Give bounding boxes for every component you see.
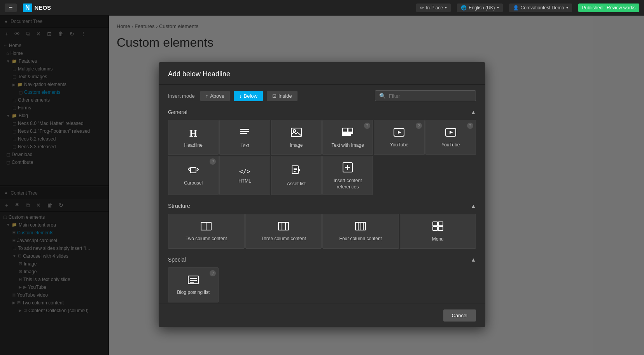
grid-item-insert-content-label: Insert content references (326, 178, 369, 190)
special-collapse-button[interactable]: ▲ (471, 257, 476, 263)
grid-item-html[interactable]: </> HTML (219, 156, 270, 195)
cancel-button[interactable]: Cancel (443, 309, 476, 322)
structure-section-header: Structure ▲ (168, 203, 476, 209)
special-section-header: Special ▲ (168, 257, 476, 263)
image-icon (291, 128, 302, 139)
general-grid: H Headline Text Image ? (168, 120, 476, 195)
inside-icon: ⊡ (272, 93, 276, 99)
grid-item-insert-content[interactable]: Insert content references (322, 156, 373, 195)
modal-toolbar: Insert mode ↑ Above ↓ Below ⊡ Inside 🔍 (159, 85, 485, 101)
search-icon: 🔍 (379, 93, 386, 99)
grid-item-twocol[interactable]: Two column content (168, 214, 245, 249)
grid-item-threecol-label: Three column content (261, 236, 306, 242)
hamburger-icon: ☰ (9, 5, 13, 11)
grid-item-blog-label: Blog posting list (177, 290, 210, 296)
text-icon (240, 127, 250, 140)
inplace-mode-button[interactable]: ✏ In-Place ▾ (416, 4, 451, 12)
grid-item-twocol-label: Two column content (186, 236, 227, 242)
grid-item-image[interactable]: Image (271, 120, 322, 155)
svg-rect-1 (240, 131, 249, 132)
grid-item-text-label: Text (240, 143, 249, 149)
special-section-label: Special (168, 257, 186, 263)
grid-item-headline[interactable]: H Headline (168, 120, 219, 155)
grid-item-menu[interactable]: Menu (400, 214, 476, 249)
modal-body: General ▲ H Headline Text (159, 101, 485, 304)
grid-item-html-label: HTML (238, 178, 251, 185)
carousel-icon (188, 166, 199, 177)
svg-point-4 (293, 130, 296, 132)
menu-button[interactable]: ☰ (5, 4, 17, 12)
help-icon: ? (416, 123, 422, 129)
language-button[interactable]: 🌐 English (UK) ▾ (457, 4, 502, 12)
general-collapse-button[interactable]: ▲ (471, 109, 476, 115)
menu-icon (432, 221, 443, 233)
arrow-up-icon: ↑ (206, 93, 208, 99)
grid-item-threecol[interactable]: Three column content (245, 214, 322, 249)
structure-collapse-button[interactable]: ▲ (471, 203, 476, 209)
chevron-down-icon: ▾ (566, 5, 568, 10)
grid-item-youtube2-label: YouTube (441, 142, 460, 148)
structure-grid: Two column content Three column content … (168, 214, 476, 249)
neos-logo: N NEOS (23, 4, 51, 12)
grid-item-text-image[interactable]: ? Text with Image (322, 120, 373, 155)
svg-rect-25 (433, 222, 438, 226)
svg-rect-28 (438, 227, 443, 230)
logo-text: NEOS (35, 4, 51, 11)
grid-item-image-label: Image (290, 142, 303, 149)
grid-item-text-image-label: Text with Image (331, 142, 364, 149)
asset-list-icon (292, 165, 301, 178)
grid-item-carousel[interactable]: ? Carousel (168, 156, 219, 195)
mode-below-button[interactable]: ↓ Below (234, 91, 263, 101)
grid-item-assetlist-label: Asset list (287, 181, 306, 187)
svg-rect-8 (348, 128, 353, 132)
user-button[interactable]: 👤 Comvationtest Demo ▾ (509, 4, 572, 12)
mode-inside-button[interactable]: ⊡ Inside (267, 91, 298, 101)
grid-item-menu-label: Menu (432, 236, 444, 243)
general-section-header: General ▲ (168, 109, 476, 115)
grid-item-headline-label: Headline (184, 142, 202, 149)
modal-header: Add below Headline (159, 62, 485, 85)
filter-box: 🔍 (375, 90, 476, 101)
grid-item-fourcol-label: Four column content (340, 236, 382, 242)
grid-item-assetlist[interactable]: Asset list (271, 156, 322, 195)
insert-mode-label: Insert mode (168, 93, 195, 99)
chevron-down-icon: ▾ (497, 5, 499, 10)
edit-icon: ✏ (420, 5, 424, 11)
help-icon: ? (210, 270, 216, 276)
arrow-down-icon: ↓ (239, 93, 242, 99)
modal-title: Add below Headline (168, 70, 476, 78)
text-image-icon (342, 128, 353, 139)
published-button[interactable]: Published - Review works (578, 4, 639, 12)
special-grid: ? Blog posting list (168, 267, 476, 302)
grid-item-youtube2[interactable]: ? YouTube (425, 120, 476, 155)
help-icon: ? (467, 123, 473, 129)
svg-rect-26 (438, 222, 443, 226)
two-column-icon (201, 222, 212, 233)
grid-item-carousel-label: Carousel (184, 180, 203, 186)
mode-above-button[interactable]: ↑ Above (200, 91, 230, 101)
user-icon: 👤 (513, 5, 519, 11)
add-content-modal: Add below Headline Insert mode ↑ Above ↓… (159, 62, 485, 327)
html-icon: </> (239, 168, 250, 175)
svg-rect-0 (240, 129, 249, 130)
svg-rect-3 (291, 128, 301, 137)
filter-input[interactable] (389, 93, 472, 99)
svg-rect-7 (343, 135, 350, 135)
grid-item-fourcol[interactable]: Four column content (322, 214, 399, 249)
svg-rect-6 (343, 133, 353, 134)
modal-overlay: Add below Headline Insert mode ↑ Above ↓… (0, 16, 644, 355)
grid-item-youtube1[interactable]: ? YouTube (374, 120, 424, 155)
four-column-icon (355, 222, 366, 233)
blog-icon (188, 276, 199, 286)
grid-item-blog[interactable]: ? Blog posting list (168, 267, 219, 302)
flag-icon: 🌐 (461, 5, 467, 11)
youtube-icon (394, 128, 404, 139)
headline-icon: H (189, 128, 197, 139)
youtube-icon (445, 128, 456, 139)
help-icon: ? (364, 123, 370, 129)
structure-section-label: Structure (168, 203, 190, 209)
chevron-down-icon: ▾ (445, 5, 447, 10)
svg-rect-27 (433, 227, 438, 230)
grid-item-text[interactable]: Text (219, 120, 270, 155)
logo-n: N (23, 4, 32, 12)
